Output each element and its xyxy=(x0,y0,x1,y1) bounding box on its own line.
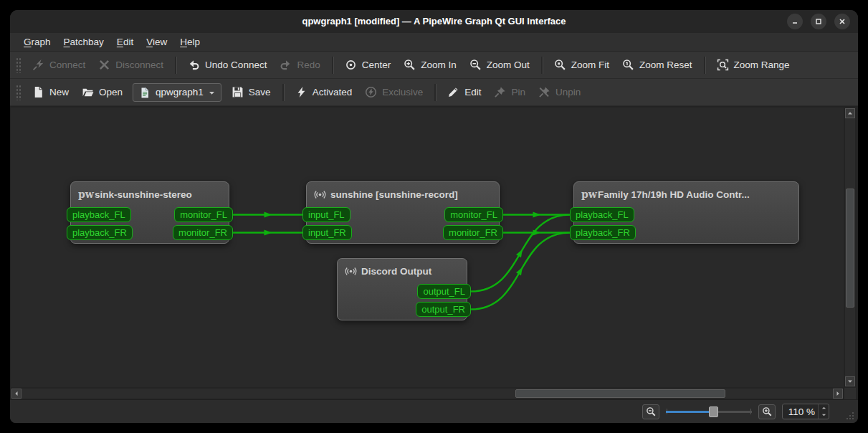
zoom-spinbox[interactable]: 110 % xyxy=(782,404,829,419)
vertical-scrollbar-thumb[interactable] xyxy=(846,189,854,308)
toolbar-drag-handle[interactable] xyxy=(16,85,22,100)
pipewire-icon: pw xyxy=(78,189,90,201)
horizontal-scrollbar-thumb[interactable] xyxy=(515,389,725,398)
close-icon xyxy=(839,18,846,25)
minimize-icon xyxy=(791,18,798,25)
undo-connect-button[interactable]: Undo Connect xyxy=(181,55,273,75)
new-icon xyxy=(32,86,44,98)
connect-button-label: Connect xyxy=(49,60,85,70)
scroll-left-button[interactable] xyxy=(11,389,22,399)
patchbay-selector-label: qpwgraph1 xyxy=(156,87,204,97)
statusbar: 110 % xyxy=(10,399,858,423)
zoom-out-button[interactable]: Zoom Out xyxy=(463,55,536,75)
zoom-range-button-label: Zoom Range xyxy=(734,60,790,70)
port-monitor_FL[interactable]: monitor_FL xyxy=(174,207,233,222)
activated-icon xyxy=(295,86,307,98)
zoom-in-button[interactable]: Zoom In xyxy=(397,55,463,75)
node-header[interactable]: pwFamily 17h/19h HD Audio Contr... xyxy=(574,182,798,207)
toolbar-file: NewOpenqpwgraph1SaveActivatedExclusiveEd… xyxy=(10,79,858,106)
toolbar-separator xyxy=(434,84,436,101)
zoom-range-button[interactable]: Zoom Range xyxy=(710,55,796,75)
disconnect-button-label: Disconnect xyxy=(115,60,163,70)
pipewire-icon: pw xyxy=(581,189,593,201)
save-button[interactable]: Save xyxy=(225,82,277,102)
zoom-out-button-label: Zoom Out xyxy=(487,60,530,70)
port-input_FL[interactable]: input_FL xyxy=(302,207,350,222)
node-title: sink-sunshine-stereo xyxy=(95,189,192,200)
new-button[interactable]: New xyxy=(26,82,75,102)
scroll-up-button[interactable] xyxy=(845,108,855,118)
node-discord[interactable]: Discord Outputoutput_FLoutput_FR xyxy=(337,258,467,320)
port-monitor_FR[interactable]: monitor_FR xyxy=(173,225,233,240)
menu-patchbay[interactable]: Patchbay xyxy=(57,34,110,49)
zoom-slider-handle[interactable] xyxy=(709,406,718,417)
audio-node-icon xyxy=(345,265,357,277)
open-button[interactable]: Open xyxy=(75,82,129,102)
exclusive-button: Exclusive xyxy=(358,82,429,102)
zoom-out-icon xyxy=(469,59,482,71)
zoom-range-icon xyxy=(717,59,729,71)
status-zoom-out-icon xyxy=(646,406,657,417)
node-sunshine[interactable]: sunshine [sunshine-record]input_FLmonito… xyxy=(306,181,500,244)
patchbay-selector[interactable]: qpwgraph1 xyxy=(133,83,221,102)
minimize-button[interactable] xyxy=(787,14,803,29)
pin-icon xyxy=(494,86,506,98)
window-title: qpwgraph1 [modified] — A PipeWire Graph … xyxy=(10,10,858,33)
titlebar[interactable]: qpwgraph1 [modified] — A PipeWire Graph … xyxy=(10,10,858,33)
menu-view[interactable]: View xyxy=(140,34,173,49)
close-button[interactable] xyxy=(834,14,850,29)
vertical-scrollbar[interactable] xyxy=(844,108,856,387)
disconnect-button: Disconnect xyxy=(92,55,170,75)
center-button[interactable]: Center xyxy=(338,55,398,75)
port-input_FR[interactable]: input_FR xyxy=(302,225,352,240)
toolbar-main: ConnectDisconnectUndo ConnectRedoCenterZ… xyxy=(10,52,858,79)
maximize-icon xyxy=(815,18,822,25)
node-title: Family 17h/19h HD Audio Contr... xyxy=(598,189,750,200)
toolbar-separator xyxy=(541,57,543,74)
status-zoom-in-icon xyxy=(762,406,773,417)
zoom-reset-button-label: Zoom Reset xyxy=(639,60,692,70)
save-icon xyxy=(232,86,244,98)
port-playback_FL[interactable]: playback_FL xyxy=(67,207,131,222)
port-playback_FL[interactable]: playback_FL xyxy=(570,207,634,222)
graph-canvas[interactable]: pwsink-sunshine-stereoplayback_FLmonitor… xyxy=(11,108,844,387)
toolbar-drag-handle[interactable] xyxy=(16,57,22,73)
wire-arrow-icon xyxy=(533,212,541,218)
port-monitor_FR[interactable]: monitor_FR xyxy=(443,225,503,240)
unpin-button: Unpin xyxy=(532,82,587,102)
zoom-slider[interactable] xyxy=(666,404,752,419)
node-sink[interactable]: pwsink-sunshine-stereoplayback_FLmonitor… xyxy=(70,181,229,244)
menu-graph[interactable]: Graph xyxy=(17,34,57,49)
port-playback_FR[interactable]: playback_FR xyxy=(570,225,636,240)
node-header[interactable]: Discord Output xyxy=(338,259,467,284)
scroll-right-button[interactable] xyxy=(833,389,843,399)
center-button-label: Center xyxy=(362,60,391,70)
pin-button-label: Pin xyxy=(511,87,525,97)
edit-button[interactable]: Edit xyxy=(441,82,487,102)
activated-button-label: Activated xyxy=(313,87,353,97)
port-playback_FR[interactable]: playback_FR xyxy=(67,225,133,240)
scroll-down-button[interactable] xyxy=(845,376,855,386)
spin-down-icon xyxy=(821,413,826,417)
zoom-reset-button[interactable]: Zoom Reset xyxy=(616,55,699,75)
node-header[interactable]: sunshine [sunshine-record] xyxy=(307,182,499,207)
activated-button[interactable]: Activated xyxy=(289,82,359,102)
port-output_FL[interactable]: output_FL xyxy=(417,284,471,299)
status-zoom-in-button[interactable] xyxy=(758,404,776,419)
zoom-fit-icon xyxy=(554,59,566,71)
open-icon xyxy=(82,86,94,98)
menu-edit[interactable]: Edit xyxy=(110,34,140,49)
status-zoom-out-button[interactable] xyxy=(642,404,659,419)
node-header[interactable]: pwsink-sunshine-stereo xyxy=(71,182,229,207)
node-family[interactable]: pwFamily 17h/19h HD Audio Contr...playba… xyxy=(573,181,799,244)
resize-grip[interactable] xyxy=(845,411,854,420)
horizontal-scrollbar[interactable] xyxy=(11,388,844,399)
port-output_FR[interactable]: output_FR xyxy=(416,302,471,317)
exclusive-icon xyxy=(365,86,377,98)
maximize-button[interactable] xyxy=(811,14,826,29)
zoom-fit-button[interactable]: Zoom Fit xyxy=(548,55,616,75)
spin-down-button[interactable] xyxy=(819,411,829,419)
port-monitor_FL[interactable]: monitor_FL xyxy=(444,207,503,222)
menu-help[interactable]: Help xyxy=(173,34,206,49)
spin-up-button[interactable] xyxy=(819,404,829,411)
